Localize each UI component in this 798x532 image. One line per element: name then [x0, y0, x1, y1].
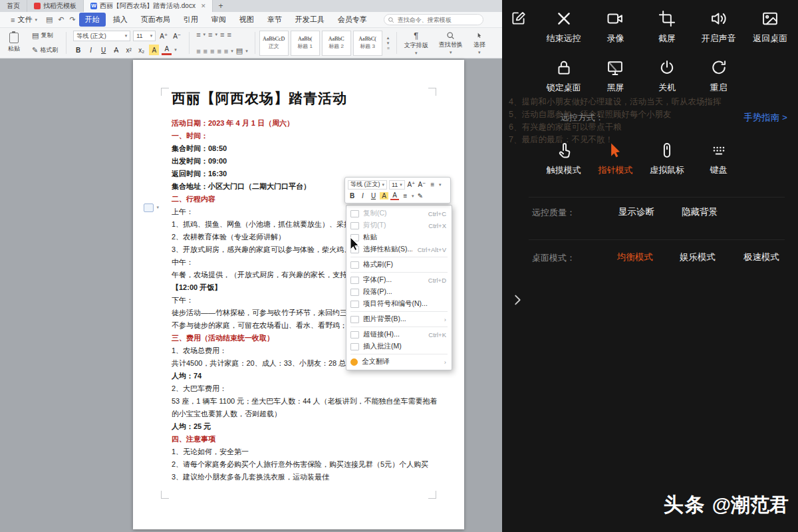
chevron-down-icon[interactable]: ▾ [439, 182, 442, 188]
touch-mode-button[interactable]: 触摸模式 [538, 141, 590, 176]
chevron-down-icon[interactable]: ▾ [245, 49, 248, 54]
panel-collapse-handle[interactable] [510, 291, 525, 309]
numbering-icon[interactable]: ≡ [208, 31, 212, 39]
speed-mode-button[interactable]: 极速模式 [743, 251, 779, 263]
highlight-color-icon[interactable]: A [149, 45, 159, 55]
context-menu-item-bullets-numbering[interactable]: 项目符号和编号(N)... [346, 298, 452, 310]
subscript-icon[interactable]: x₂ [136, 45, 146, 55]
tab-home[interactable]: 首页 [0, 0, 27, 12]
undo-icon[interactable]: ↶ [56, 15, 66, 24]
style-heading-3[interactable]: AaBbC( 标题 3 [353, 31, 382, 56]
end-remote-button[interactable]: 结束远控 [538, 9, 590, 45]
context-menu-item-paste[interactable]: 粘贴 [346, 231, 452, 243]
show-diagnostics-button[interactable]: 显示诊断 [618, 206, 654, 218]
virtual-mouse-button[interactable]: 虚拟鼠标 [641, 141, 693, 176]
context-menu-item-hyperlink[interactable]: 超链接(H)... Ctrl+K [346, 329, 452, 340]
annotate-button[interactable] [510, 9, 527, 27]
align-left-icon[interactable]: ≡ [196, 47, 200, 55]
keyboard-button[interactable]: 键盘 [693, 141, 745, 176]
chevron-down-icon[interactable]: ▾ [231, 49, 233, 54]
find-replace-button[interactable]: 查找替换 ▾ [436, 30, 466, 56]
context-menu-item-format-painter[interactable]: 格式刷(F) [346, 259, 452, 271]
copy-button[interactable]: ▤复制 [31, 31, 59, 41]
italic-icon[interactable]: I [86, 45, 96, 55]
superscript-icon[interactable]: x² [124, 45, 134, 55]
tab-template-store[interactable]: 找稻壳模板 [27, 0, 84, 12]
ribbon-tab-insert[interactable]: 插入 [107, 13, 134, 27]
more-styles-icon[interactable]: ≡ [387, 46, 390, 51]
ribbon-tab-page-layout[interactable]: 页面布局 [135, 13, 176, 27]
styles-scroll[interactable]: ▴ ▾ ≡ [384, 35, 392, 51]
comment-marker-icon[interactable] [144, 203, 154, 212]
align-right-icon[interactable]: ≡ [210, 47, 214, 55]
bullets-icon[interactable]: ≡ [196, 31, 200, 39]
ribbon-tab-member[interactable]: 会员专享 [332, 13, 373, 27]
style-heading-1[interactable]: AaBb( 标题 1 [291, 31, 320, 56]
align-center-icon[interactable]: ≡ [203, 47, 207, 55]
ribbon-tab-dev-tools[interactable]: 开发工具 [289, 13, 331, 27]
return-desktop-button[interactable]: 返回桌面 [744, 9, 796, 45]
shutdown-button[interactable]: 关机 [641, 59, 693, 94]
underline-icon[interactable]: U [369, 192, 378, 200]
font-color-icon[interactable]: A [390, 192, 399, 200]
context-menu-item-translate[interactable]: 全文翻译 › [346, 356, 452, 368]
align-icon[interactable]: ≡ [401, 192, 410, 200]
font-color-icon[interactable]: A [162, 45, 172, 55]
balanced-mode-button[interactable]: 均衡模式 [617, 251, 653, 263]
chevron-down-icon[interactable]: ▾ [412, 194, 414, 199]
bold-icon[interactable]: B [348, 192, 356, 200]
decrease-font-icon[interactable]: A⁻ [418, 181, 426, 188]
command-search-input[interactable] [384, 14, 483, 25]
list-icon[interactable]: ≡ [428, 181, 437, 188]
increase-font-icon[interactable]: A⁺ [158, 31, 169, 41]
increase-font-icon[interactable]: A⁺ [407, 181, 416, 188]
style-heading-2[interactable]: AaBbC 标题 2 [322, 31, 351, 56]
shading-icon[interactable]: ▤ [236, 47, 243, 55]
gesture-guide-link[interactable]: 手势指南 > [743, 112, 787, 124]
lock-desktop-button[interactable]: 锁定桌面 [538, 59, 590, 94]
tab-document[interactable]: W 西丽【阿西农场】踏青活动.docx ✕ [84, 0, 213, 12]
style-normal[interactable]: AaBbCcD 正文 [259, 31, 289, 56]
context-menu-item-insert-comment[interactable]: 插入批注(M) [346, 340, 452, 352]
black-screen-button[interactable]: 黑屏 [590, 59, 642, 94]
redo-icon[interactable]: ↷ [68, 15, 78, 24]
context-menu-item-copy[interactable]: 复制(C) Ctrl+C [346, 207, 452, 219]
ribbon-tab-start[interactable]: 开始 [79, 13, 106, 27]
line-spacing-icon[interactable]: ≡ [224, 47, 228, 55]
outdent-icon[interactable]: ≡ [220, 31, 224, 39]
ribbon-tab-references[interactable]: 引用 [178, 13, 204, 27]
close-tab-icon[interactable]: ✕ [201, 3, 206, 9]
new-tab-button[interactable]: + [213, 0, 228, 12]
ribbon-tab-section[interactable]: 章节 [261, 13, 288, 27]
record-button[interactable]: 录像 [590, 9, 642, 45]
highlight-color-icon[interactable]: A [380, 192, 388, 200]
chevron-down-icon[interactable]: ▾ [387, 41, 390, 46]
context-menu-item-cut[interactable]: 剪切(T) Ctrl+X [346, 219, 452, 231]
restart-button[interactable]: 重启 [693, 59, 745, 94]
font-size-select[interactable]: 11▾ [133, 31, 156, 41]
enable-sound-button[interactable]: 开启声音 [693, 9, 745, 45]
file-menu-button[interactable]: ≡ 文件 ▾ [5, 13, 43, 26]
justify-icon[interactable]: ≡ [217, 47, 221, 55]
mini-font-name-select[interactable]: 等线 (正文)▾ [348, 180, 387, 190]
pointer-mode-button[interactable]: 指针模式 [590, 141, 642, 176]
strikethrough-icon[interactable]: A [111, 45, 121, 55]
chevron-up-icon[interactable]: ▴ [387, 35, 390, 41]
decrease-font-icon[interactable]: A⁻ [172, 31, 182, 41]
italic-icon[interactable]: I [358, 192, 367, 200]
ribbon-tab-view[interactable]: 视图 [233, 13, 260, 27]
format-painter-icon[interactable]: ✎ [416, 192, 425, 200]
screenshot-button[interactable]: 截屏 [641, 9, 693, 45]
text-layout-button[interactable]: ¶ 文字排版 ▾ [401, 30, 432, 56]
mini-font-size-select[interactable]: 11▾ [389, 180, 405, 190]
underline-icon[interactable]: U [98, 45, 108, 55]
context-menu-item-picture-background[interactable]: 图片背景(B)... › [346, 313, 452, 325]
format-painter-button[interactable]: ✎格式刷 [31, 45, 59, 55]
chevron-down-icon[interactable]: ▾ [215, 32, 217, 37]
context-menu-item-paragraph[interactable]: 段落(P)... [346, 286, 452, 298]
chevron-down-icon[interactable]: ▾ [203, 32, 206, 37]
save-icon[interactable]: ▤ [44, 15, 55, 24]
entertainment-mode-button[interactable]: 娱乐模式 [680, 251, 716, 263]
chevron-down-icon[interactable]: ▾ [174, 47, 177, 53]
indent-icon[interactable]: ≡ [227, 31, 231, 39]
